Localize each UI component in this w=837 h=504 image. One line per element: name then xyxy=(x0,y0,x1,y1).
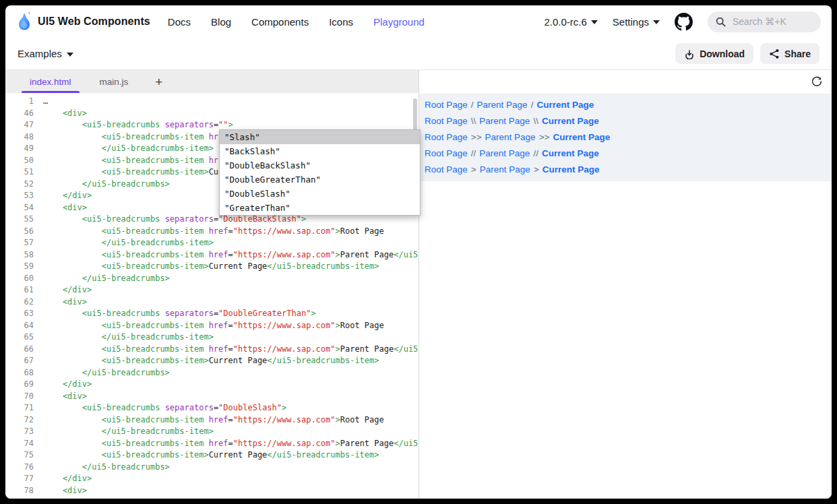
breadcrumb-current: Current Page xyxy=(536,100,594,110)
github-icon[interactable] xyxy=(675,13,693,31)
nav-components[interactable]: Components xyxy=(251,16,309,28)
download-button[interactable]: Download xyxy=(675,43,753,64)
share-button[interactable]: Share xyxy=(760,43,819,64)
line-number: 62 xyxy=(5,296,34,309)
breadcrumb-separator: // xyxy=(471,148,476,158)
breadcrumb-link[interactable]: Root Page xyxy=(425,164,468,175)
refresh-icon[interactable] xyxy=(811,75,823,88)
line-number: 65 xyxy=(5,332,34,344)
autocomplete-popup: "Slash""BackSlash""DoubleBackSlash""Doub… xyxy=(219,129,421,216)
editor-tab-bar: index.html main.js + xyxy=(5,70,418,93)
line-number: 52 xyxy=(5,179,34,191)
breadcrumb-current: Current Page xyxy=(542,116,599,126)
line-number: 54 xyxy=(5,202,34,214)
line-number: 69 xyxy=(5,379,34,391)
examples-toolbar: Examples Download Shar xyxy=(5,38,832,70)
line-number: 67 xyxy=(5,355,34,367)
line-number: 1 xyxy=(5,96,34,108)
line-number: 55 xyxy=(5,214,34,226)
code-line: 67 <ui5-breadcrumbs-item>Current Page</u… xyxy=(5,355,418,367)
brand-title: UI5 Web Components xyxy=(38,15,150,28)
autocomplete-option[interactable]: "DoubleBackSlash" xyxy=(220,158,420,172)
line-number: 48 xyxy=(5,131,34,144)
breadcrumb-separator: / xyxy=(471,100,474,110)
preview-panel: Root Page/Parent Page/Current PageRoot P… xyxy=(419,70,832,499)
chevron-down-icon xyxy=(653,20,660,24)
breadcrumb-link[interactable]: Parent Page xyxy=(477,100,528,110)
autocomplete-option[interactable]: "BackSlash" xyxy=(220,144,420,158)
window-frame: UI5 Web Components Docs Blog Components … xyxy=(0,0,837,504)
autocomplete-option[interactable]: "Slash" xyxy=(220,130,420,144)
breadcrumb-link[interactable]: Root Page xyxy=(425,100,468,110)
code-line: 77 </div> xyxy=(5,473,418,485)
code-line: 58 <ui5-breadcrumbs-item href="https://w… xyxy=(5,249,418,261)
toolbar-actions: Download Share xyxy=(675,43,819,64)
breadcrumb-current: Current Page xyxy=(553,132,610,142)
code-line: 75 <ui5-breadcrumbs-item>Current Page</u… xyxy=(5,449,418,462)
line-number: 76 xyxy=(5,462,34,474)
breadcrumb-separator: >> xyxy=(471,132,482,142)
download-label: Download xyxy=(700,49,745,59)
line-number: 59 xyxy=(5,261,34,273)
examples-dropdown[interactable]: Examples xyxy=(18,48,73,59)
version-dropdown[interactable]: 2.0.0-rc.6 xyxy=(544,16,597,28)
autocomplete-option[interactable]: "GreaterThan" xyxy=(220,201,420,215)
breadcrumb-separator: > xyxy=(534,164,539,175)
settings-label: Settings xyxy=(613,16,649,28)
line-number: 78 xyxy=(5,485,34,497)
line-number: 56 xyxy=(5,226,34,238)
chevron-down-icon xyxy=(67,53,73,57)
tab-main-js[interactable]: main.js xyxy=(94,77,134,93)
breadcrumb-link[interactable]: Root Page xyxy=(425,148,468,158)
nav-icons[interactable]: Icons xyxy=(329,16,353,28)
line-number: 74 xyxy=(5,438,34,450)
main-split: index.html main.js + 1…46 <div>47 <ui5-b… xyxy=(5,70,832,499)
code-line: 76 </ui5-breadcrumbs> xyxy=(5,462,418,474)
breadcrumb-link[interactable]: Parent Page xyxy=(479,148,530,158)
line-number: 71 xyxy=(5,402,34,414)
code-line: 71 <ui5-breadcrumbs separators="DoubleSl… xyxy=(5,402,418,414)
code-line: 63 <ui5-breadcrumbs separators="DoubleGr… xyxy=(5,308,418,320)
search-input[interactable] xyxy=(731,15,805,28)
brand[interactable]: UI5 Web Components xyxy=(16,11,150,32)
code-line: 64 <ui5-breadcrumbs-item href="https://w… xyxy=(5,320,418,332)
autocomplete-option[interactable]: "DoubleSlash" xyxy=(220,187,420,201)
search-box[interactable] xyxy=(708,11,821,32)
breadcrumbs-preview-block: Root Page/Parent Page/Current PageRoot P… xyxy=(419,94,832,181)
nav-docs[interactable]: Docs xyxy=(168,16,191,28)
breadcrumb-link[interactable]: Parent Page xyxy=(485,132,536,142)
code-line: 74 <ui5-breadcrumbs-item href="https://w… xyxy=(5,438,418,450)
code-line: 60 </ui5-breadcrumbs> xyxy=(5,273,418,285)
share-label: Share xyxy=(784,49,811,59)
breadcrumb-row: Root Page>Parent Page>Current Page xyxy=(419,161,832,177)
line-number: 51 xyxy=(5,166,34,179)
breadcrumb-link[interactable]: Root Page xyxy=(425,116,468,126)
search-icon xyxy=(716,17,726,27)
nav-blog[interactable]: Blog xyxy=(211,16,231,28)
breadcrumb-separator: \\ xyxy=(471,116,476,126)
breadcrumb-row: Root Page/Parent Page/Current Page xyxy=(419,97,832,113)
breadcrumb-separator: > xyxy=(471,164,476,175)
line-number: 73 xyxy=(5,426,34,438)
preview-toolbar xyxy=(419,70,832,94)
code-line: 1… xyxy=(5,96,418,108)
breadcrumb-link[interactable]: Root Page xyxy=(425,132,468,142)
line-number: 64 xyxy=(5,320,34,332)
breadcrumb-separator: // xyxy=(533,148,538,158)
nav-playground[interactable]: Playground xyxy=(373,16,425,28)
line-number: 66 xyxy=(5,344,34,356)
add-tab-button[interactable]: + xyxy=(151,75,166,93)
code-line: 46 <div> xyxy=(5,108,418,120)
breadcrumb-separator: >> xyxy=(539,132,550,142)
tab-index-html[interactable]: index.html xyxy=(24,77,77,93)
code-line: 72 <ui5-breadcrumbs-item href="https://w… xyxy=(5,414,418,427)
line-number: 50 xyxy=(5,155,34,167)
autocomplete-option[interactable]: "DoubleGreaterThan" xyxy=(220,172,420,187)
breadcrumb-row: Root Page\\Parent Page\\Current Page xyxy=(419,113,832,129)
breadcrumb-link[interactable]: Parent Page xyxy=(480,164,530,175)
breadcrumb-separator: \\ xyxy=(533,116,538,126)
settings-dropdown[interactable]: Settings xyxy=(613,16,660,28)
code-line: 62 <div> xyxy=(5,296,418,309)
line-number: 60 xyxy=(5,273,34,285)
breadcrumb-link[interactable]: Parent Page xyxy=(479,116,530,126)
